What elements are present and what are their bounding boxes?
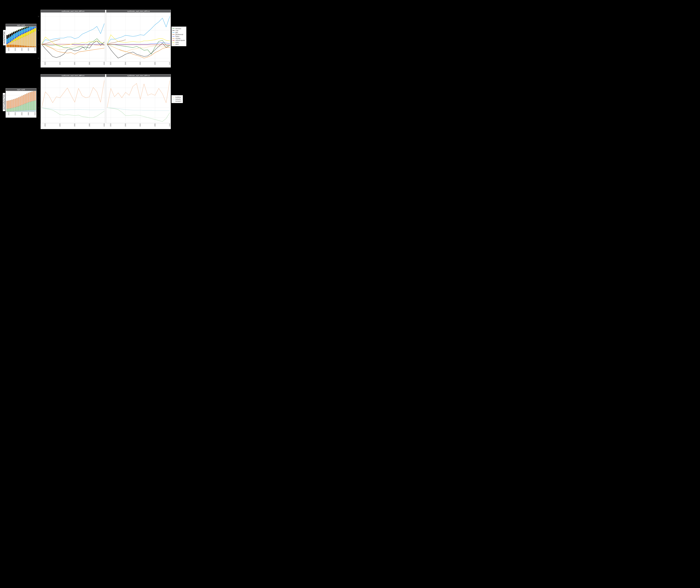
svg-rect-70 [18,35,19,36]
svg-rect-98 [23,29,24,33]
svg-rect-125 [28,27,29,31]
svg-rect-104 [25,36,26,46]
legend-swatch [172,99,175,99]
svg-rect-200 [13,111,14,112]
svg-rect-45 [13,32,14,34]
svg-rect-101 [23,28,24,28]
x-tick-label: 2020 [44,123,46,127]
svg-rect-24 [10,42,11,43]
svg-rect-78 [20,35,21,39]
facet-strip-small-top: ssp3_rcp45 [6,24,36,27]
svg-rect-216 [21,105,23,111]
legend-swatch [172,44,175,44]
svg-rect-99 [23,28,24,29]
svg-rect-199 [11,100,13,108]
svg-rect-83 [20,29,21,30]
svg-rect-142 [31,29,32,30]
svg-rect-72 [18,30,19,31]
svg-rect-130 [30,46,31,47]
svg-rect-80 [20,31,21,34]
x-tick-label: 2080 [28,48,29,51]
legend-label: industry [175,98,181,100]
svg-rect-36 [11,33,13,35]
svg-rect-220 [23,95,24,104]
x-tick-label: 2060 [21,48,23,51]
svg-rect-54 [15,32,16,33]
legend-swatch [172,28,175,29]
svg-rect-30 [10,34,11,34]
svg-rect-120 [26,27,28,27]
x-tick-label: 2080 [89,62,90,65]
svg-rect-212 [20,111,21,112]
svg-rect-44 [13,34,14,38]
svg-rect-105 [25,33,26,36]
svg-rect-51 [15,38,16,41]
svg-rect-139 [31,46,32,47]
legend-label: wind [175,43,179,45]
svg-rect-13 [8,45,9,47]
facet-strip-big-top-right: rcp45hotter_ssp3_hdcd_diffPrcnt [106,10,171,13]
svg-rect-88 [21,33,23,34]
legend-item-gas: gas [172,32,185,33]
svg-rect-152 [33,27,34,28]
svg-rect-203 [15,111,16,112]
svg-rect-123 [28,31,29,35]
svg-rect-227 [28,110,29,112]
svg-rect-14 [8,44,9,45]
svg-rect-15 [8,43,9,44]
svg-rect-208 [16,98,18,107]
svg-rect-9 [6,35,8,39]
x-tick-label: 2040 [15,112,16,115]
svg-rect-114 [26,32,28,35]
svg-rect-97 [23,33,24,34]
svg-rect-50 [15,41,16,45]
legend-swatch [172,32,175,33]
svg-rect-230 [30,110,31,112]
svg-rect-57 [15,31,16,31]
y-tick-label: 2 [34,97,39,99]
svg-rect-84 [20,29,21,29]
legend-label: transport [175,100,181,102]
x-tick-label: 2040 [125,123,126,127]
plot-big-top-left [41,13,105,62]
legend-tech: biomasscoalgasgeothermalhydronuclearrefi… [171,27,186,46]
x-tick-label: 2100 [169,62,171,65]
svg-rect-35 [11,35,13,40]
x-tick-label: 2060 [139,123,141,127]
svg-rect-190 [6,101,8,109]
svg-rect-228 [28,102,29,110]
panel-small-top: ssp3_rcp45 0200040006000 202020402060208… [6,24,36,53]
legend-sector: buildingindustrytransport [171,95,183,103]
svg-rect-90 [21,29,23,30]
svg-rect-22 [10,45,11,47]
svg-rect-8 [6,39,8,43]
svg-rect-40 [13,45,14,47]
legend-label: refined liquids [175,39,185,41]
svg-rect-222 [25,104,26,110]
svg-rect-201 [13,108,14,111]
x-tick-label: 2020 [110,62,111,65]
svg-rect-148 [33,46,34,47]
svg-rect-16 [8,42,9,43]
svg-rect-87 [21,34,23,38]
svg-rect-229 [28,93,29,102]
svg-rect-133 [30,30,31,31]
svg-rect-131 [30,34,31,46]
svg-rect-234 [31,101,32,110]
svg-rect-76 [20,45,21,47]
svg-rect-205 [15,99,16,107]
legend-label: hydro [175,36,179,37]
svg-rect-92 [21,29,23,29]
legend-item-transport: transport [172,100,181,102]
svg-rect-53 [15,33,16,37]
svg-rect-58 [16,45,18,47]
legend-item-building: building [172,96,181,98]
svg-rect-237 [33,101,34,110]
facet-strip-big-bot-right: rcp45hotter_ssp3_hdcd_diffPrcnt [106,74,171,77]
svg-rect-43 [13,39,14,39]
svg-rect-17 [8,38,9,42]
svg-rect-231 [30,102,31,110]
legend-label: building [175,96,181,98]
svg-rect-151 [33,28,34,29]
svg-rect-108 [25,28,26,29]
